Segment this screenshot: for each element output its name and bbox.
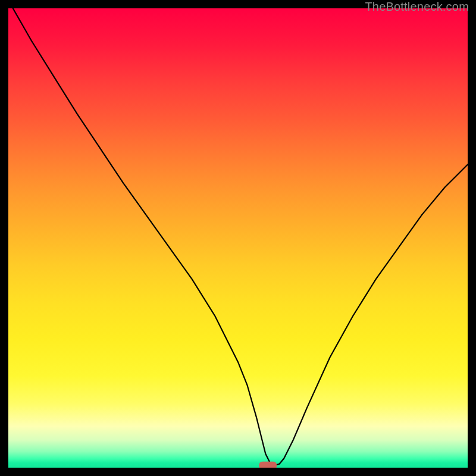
- curve-layer: [8, 8, 468, 468]
- watermark-text: TheBottleneck.com: [365, 0, 469, 14]
- bottleneck-curve: [13, 8, 468, 465]
- optimum-marker: [259, 462, 277, 468]
- chart-frame: TheBottleneck.com: [0, 0, 476, 476]
- plot-area: [8, 8, 468, 468]
